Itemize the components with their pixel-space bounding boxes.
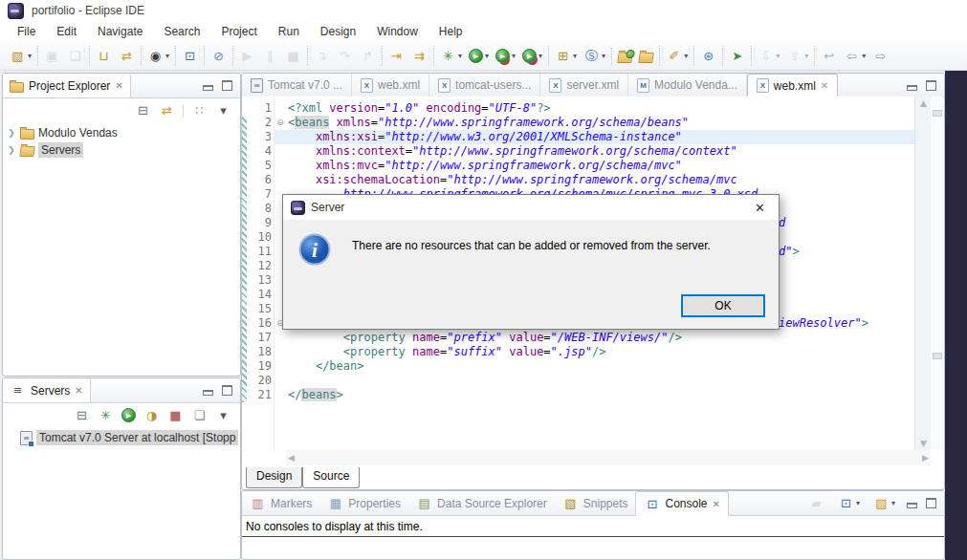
- chevron-down-icon[interactable]: ▾: [458, 52, 462, 60]
- run-to-line-button[interactable]: ⇥: [385, 46, 407, 66]
- step-over-button[interactable]: ↷: [334, 46, 356, 66]
- save-all-button[interactable]: ❏: [64, 46, 86, 66]
- chevron-down-icon[interactable]: ▾: [804, 52, 808, 60]
- account-button[interactable]: ◉▾: [144, 46, 172, 66]
- menu-help[interactable]: Help: [429, 23, 473, 40]
- show-console-button[interactable]: ⊡: [179, 46, 201, 66]
- expand-icon[interactable]: ❯: [7, 145, 16, 155]
- suspend-button[interactable]: ‖: [259, 46, 281, 66]
- menu-project[interactable]: Project: [211, 23, 266, 40]
- last-edit-button[interactable]: ↩: [818, 46, 840, 66]
- chevron-down-icon[interactable]: ▾: [856, 499, 860, 507]
- maximize-button[interactable]: [925, 498, 936, 508]
- scroll-right-icon[interactable]: ▶: [920, 451, 931, 464]
- project-explorer-item[interactable]: ❯Servers: [3, 141, 240, 159]
- close-icon[interactable]: ✕: [713, 499, 720, 509]
- console-tab-data-source-explorer[interactable]: ▤Data Source Explorer: [408, 491, 555, 515]
- view-menu-button[interactable]: ▾: [212, 405, 234, 425]
- overview-mark[interactable]: [933, 110, 942, 117]
- resume-button[interactable]: ▶: [236, 46, 258, 66]
- debug-button[interactable]: ✳▾: [437, 46, 465, 66]
- editor-tab-tomcat-users-[interactable]: Xtomcat-users...: [429, 74, 540, 97]
- forward-button[interactable]: ⇨: [869, 46, 891, 66]
- refresh-button[interactable]: ⇄: [116, 46, 138, 66]
- close-icon[interactable]: ✕: [75, 385, 82, 396]
- menu-edit[interactable]: Edit: [47, 23, 86, 40]
- link-editor-button[interactable]: ⇄: [156, 100, 178, 120]
- terminate-button[interactable]: ■: [282, 46, 304, 66]
- chevron-down-icon[interactable]: ▾: [776, 52, 780, 60]
- editor-tab-modulo-venda-[interactable]: MModulo Venda...: [628, 74, 747, 97]
- menu-file[interactable]: File: [8, 23, 45, 40]
- dialog-close-button[interactable]: ✕: [749, 200, 771, 216]
- editor-tab-web-xml[interactable]: Xweb.xml✕: [747, 74, 838, 97]
- scroll-left-icon[interactable]: ◀: [286, 451, 297, 464]
- save-button[interactable]: ▣: [41, 46, 63, 66]
- skip-breakpoints-button[interactable]: ⊘: [208, 46, 230, 66]
- step-filters-button[interactable]: ⇉: [408, 46, 430, 66]
- menu-search[interactable]: Search: [154, 23, 209, 40]
- menu-design[interactable]: Design: [311, 23, 365, 40]
- start-server-button[interactable]: ▶: [119, 406, 139, 424]
- chevron-down-icon[interactable]: ▾: [862, 52, 866, 60]
- editor-tab-tomcat-v7-0-[interactable]: ≡Tomcat v7.0 ...: [242, 74, 352, 97]
- profile-server-button[interactable]: ◑: [141, 405, 163, 425]
- close-icon[interactable]: ✕: [115, 80, 122, 91]
- external-tools-button[interactable]: ➤: [726, 46, 748, 66]
- view-menu-button[interactable]: ▾: [212, 100, 234, 120]
- jar-export-button[interactable]: ⊔: [93, 46, 115, 66]
- editor-tab-server-xml[interactable]: Xserver.xml: [540, 74, 628, 97]
- chevron-down-icon[interactable]: ▾: [891, 499, 895, 507]
- stop-server-button[interactable]: ■: [165, 405, 187, 425]
- web-browser-button[interactable]: ⊛: [697, 46, 719, 66]
- tab-servers[interactable]: ≡ Servers ✕: [3, 378, 91, 402]
- chevron-down-icon[interactable]: ▾: [28, 52, 32, 60]
- console-tab-snippets[interactable]: ▧Snippets: [555, 491, 636, 515]
- publish-button[interactable]: ❏: [188, 405, 210, 425]
- console-tab-console[interactable]: ⊡Console✕: [635, 491, 728, 516]
- minimize-button[interactable]: [906, 80, 917, 91]
- server-item[interactable]: ❯≡Tomcat v7.0 Server at localhost [Stopp: [3, 429, 240, 446]
- chevron-down-icon[interactable]: ▾: [165, 52, 169, 60]
- menu-navigate[interactable]: Navigate: [88, 23, 152, 40]
- spring-badge-button[interactable]: Ⓢ▾: [581, 46, 608, 66]
- coverage-button[interactable]: ▶▾: [493, 47, 518, 65]
- expand-icon[interactable]: ❯: [7, 128, 16, 138]
- minimize-button[interactable]: [202, 80, 213, 91]
- scroll-down-icon[interactable]: ▼: [918, 437, 929, 450]
- prev-annotation-button[interactable]: ⇧▾: [783, 46, 811, 66]
- vertical-scrollbar[interactable]: ▲ ▼: [914, 97, 932, 450]
- chevron-down-icon[interactable]: ▾: [573, 52, 577, 60]
- page-tab-design[interactable]: Design: [246, 467, 302, 488]
- chevron-down-icon[interactable]: ▾: [538, 52, 542, 60]
- maximize-button[interactable]: [221, 80, 232, 91]
- next-annotation-button[interactable]: ⇩▾: [755, 46, 782, 66]
- chevron-down-icon[interactable]: ▾: [602, 52, 605, 60]
- menu-window[interactable]: Window: [367, 23, 428, 40]
- horizontal-scrollbar[interactable]: ◀ ▶: [286, 450, 931, 465]
- open-type-button[interactable]: [615, 48, 635, 65]
- back-button[interactable]: ⇦▾: [841, 46, 868, 66]
- console-tab-properties[interactable]: ▦Properties: [319, 491, 408, 515]
- run-button[interactable]: ▶▾: [466, 47, 492, 65]
- tab-project-explorer[interactable]: Project Explorer ✕: [3, 74, 131, 97]
- view-dots-button[interactable]: ∷: [188, 100, 210, 120]
- new-button[interactable]: ▧▾: [7, 46, 34, 66]
- chevron-down-icon[interactable]: ▾: [512, 52, 516, 60]
- menu-run[interactable]: Run: [269, 23, 309, 40]
- new-web-project-button[interactable]: ⊞▾: [552, 46, 580, 66]
- step-return-button[interactable]: ↱: [357, 46, 379, 66]
- minimize-button[interactable]: [202, 385, 213, 396]
- open-console-button[interactable]: ▧▾: [870, 493, 898, 513]
- scroll-up-icon[interactable]: ▲: [918, 97, 929, 110]
- collapse-all-button[interactable]: ⊟: [71, 405, 93, 425]
- fold-collapse-icon[interactable]: ⊖: [275, 116, 285, 130]
- overview-ruler[interactable]: [931, 97, 943, 450]
- console-tab-markers[interactable]: ▥Markers: [242, 491, 319, 515]
- maximize-button[interactable]: [221, 385, 232, 396]
- dialog-title-bar[interactable]: Server ✕: [283, 195, 779, 220]
- collapse-all-button[interactable]: ⊟: [132, 100, 154, 120]
- ok-button[interactable]: OK: [681, 294, 765, 317]
- debug-server-button[interactable]: ✳: [95, 405, 117, 425]
- chevron-down-icon[interactable]: ▾: [485, 52, 489, 60]
